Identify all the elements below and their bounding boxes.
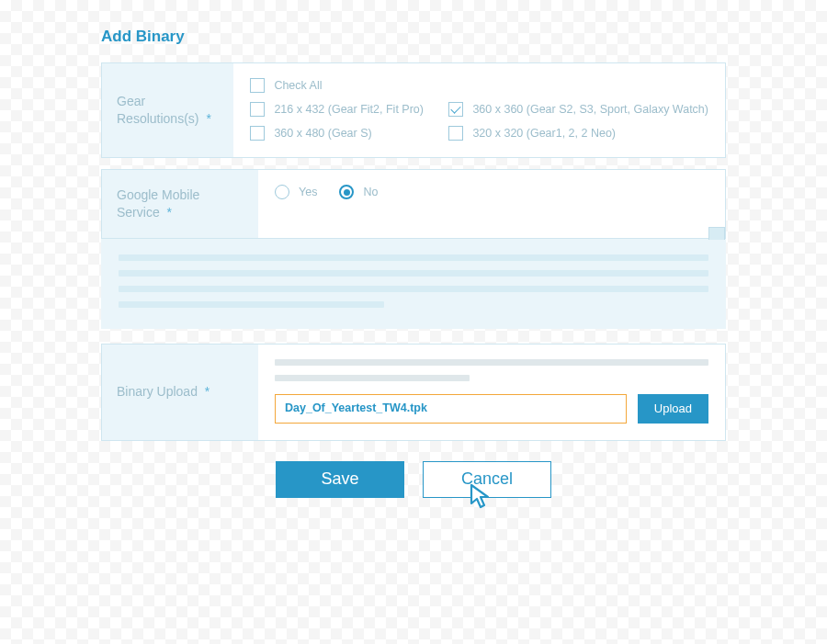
checkbox-label: Check All (274, 79, 322, 92)
checkbox-label: 216 x 432 (Gear Fit2, Fit Pro) (274, 103, 424, 116)
save-button[interactable]: Save (276, 461, 404, 498)
radio-label: No (363, 186, 378, 198)
upload-button[interactable]: Upload (638, 394, 708, 424)
checkbox-resolution-320x320[interactable]: 320 x 320 (Gear1, 2, 2 Neo) (448, 126, 708, 141)
checkbox-label: 320 x 320 (Gear1, 2, 2 Neo) (472, 127, 616, 140)
binary-filename-input[interactable]: Day_Of_Yeartest_TW4.tpk (275, 394, 627, 424)
radio-icon (275, 185, 289, 199)
info-placeholder (101, 239, 726, 329)
label-google-mobile-service: Google Mobile Service * (102, 170, 258, 238)
checkbox-resolution-360x360[interactable]: 360 x 360 (Gear S2, S3, Sport, Galaxy Wa… (448, 102, 708, 117)
radio-gms-yes[interactable]: Yes (275, 185, 317, 199)
checkbox-check-all[interactable]: Check All (250, 78, 708, 93)
checkbox-icon (250, 78, 265, 93)
panel-binary-upload: Binary Upload * Day_Of_Yeartest_TW4.tpk … (101, 344, 726, 441)
radio-icon (339, 185, 354, 199)
checkbox-resolution-216x432[interactable]: 216 x 432 (Gear Fit2, Fit Pro) (250, 102, 434, 117)
panel-gear-resolutions: Gear Resolutions(s) * Check All 216 x 43… (101, 62, 726, 158)
footer-actions: Save Cancel (101, 461, 726, 498)
checkbox-icon (448, 126, 463, 141)
checkbox-icon (448, 102, 463, 117)
checkbox-label: 360 x 360 (Gear S2, S3, Sport, Galaxy Wa… (472, 103, 708, 116)
cancel-button[interactable]: Cancel (423, 461, 551, 498)
checkbox-icon (250, 126, 265, 141)
radio-label: Yes (299, 186, 317, 198)
checkbox-icon (250, 102, 265, 117)
checkbox-resolution-360x480[interactable]: 360 x 480 (Gear S) (250, 126, 434, 141)
panel-google-mobile-service: Google Mobile Service * Yes No (101, 169, 726, 239)
page-title: Add Binary (101, 28, 726, 46)
label-gear-resolutions: Gear Resolutions(s) * (102, 63, 233, 157)
radio-gms-no[interactable]: No (339, 185, 378, 199)
label-binary-upload: Binary Upload * (102, 345, 258, 440)
info-tab-icon (708, 227, 725, 240)
checkbox-label: 360 x 480 (Gear S) (274, 127, 371, 140)
